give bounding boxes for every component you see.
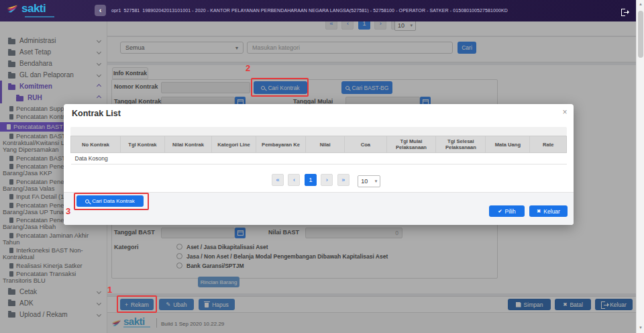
col-kategori-line: Kategori Line xyxy=(212,136,256,153)
annotation-box-cari-kontrak xyxy=(251,78,309,97)
back-button[interactable]: ‹ xyxy=(95,5,106,16)
pilih-label: Pilih xyxy=(505,208,516,215)
page-prev-button[interactable]: ‹ xyxy=(288,174,300,186)
col-mata-uang: Mata Uang xyxy=(486,136,530,153)
page-next-button[interactable]: › xyxy=(321,174,333,186)
col-nilai-kontrak: Nilai Kontrak xyxy=(165,136,212,153)
scroll-up-icon[interactable]: ▲ xyxy=(637,2,644,6)
page-size-select[interactable]: 10 ▾ xyxy=(358,175,380,187)
col-tgl-selesai: Tgl Selesai Pelaksanaan xyxy=(436,136,486,153)
sakti-logo: sakti xyxy=(7,3,46,14)
check-icon: ✔ xyxy=(498,208,502,214)
logout-icon[interactable] xyxy=(621,7,629,19)
session-title: opr1_527581_198902042013101001 - 2020 - … xyxy=(111,8,581,13)
col-tgl-kontrak: Tgl Kontrak xyxy=(120,136,164,153)
modal-pagination: « ‹ 1 › » 10 ▾ xyxy=(272,174,380,187)
chevron-down-icon: ▾ xyxy=(375,179,378,184)
annotation-step-2: 2 xyxy=(246,63,250,73)
scroll-down-icon[interactable]: ▼ xyxy=(637,326,644,330)
annotation-step-3: 3 xyxy=(66,206,70,216)
cross-icon: ✖ xyxy=(537,208,541,214)
page-last-button[interactable]: » xyxy=(337,174,350,186)
col-no-kontrak: No Kontrak xyxy=(71,136,121,153)
annotation-box-rekam xyxy=(117,295,157,313)
modal-keluar-button[interactable]: ✖Keluar xyxy=(529,205,568,217)
page-first-button[interactable]: « xyxy=(272,174,284,186)
modal-close-icon[interactable]: × xyxy=(560,107,570,117)
top-header-bar: sakti ‹ opr1_527581_198902042013101001 -… xyxy=(0,0,636,21)
sakti-logo-icon xyxy=(7,4,18,13)
col-coa: Coa xyxy=(345,136,386,153)
app-window: sakti ‹ opr1_527581_198902042013101001 -… xyxy=(0,0,644,333)
scrollbar-thumb[interactable] xyxy=(638,11,643,58)
pilih-button[interactable]: ✔Pilih xyxy=(489,205,525,217)
brand-tagline-bar xyxy=(25,16,54,17)
col-tgl-mulai: Tgl Mulai Pelaksanaan xyxy=(386,136,436,153)
annotation-step-1: 1 xyxy=(107,285,112,295)
annotation-box-cari-data-kontrak xyxy=(74,193,149,210)
page-size-value: 10 xyxy=(361,178,368,185)
col-pembayaran-ke: Pembayaran Ke xyxy=(256,136,306,153)
table-header-row: No Kontrak Tgl Kontrak Nilai Kontrak Kat… xyxy=(71,136,567,153)
empty-data-cell: Data Kosong xyxy=(71,153,567,164)
vertical-scrollbar[interactable]: ▲ ▼ xyxy=(636,0,644,333)
page-current-button[interactable]: 1 xyxy=(305,174,317,186)
col-rate: Rate xyxy=(530,136,567,153)
table-empty-row: Data Kosong xyxy=(71,153,567,164)
kontrak-table: No Kontrak Tgl Kontrak Nilai Kontrak Kat… xyxy=(70,136,567,164)
modal-toolbar-strip xyxy=(70,127,567,136)
col-nilai: Nilai xyxy=(306,136,345,153)
brand-wordmark: sakti xyxy=(21,3,46,14)
modal-keluar-label: Keluar xyxy=(543,208,560,215)
modal-title: Kontrak List xyxy=(72,109,121,118)
